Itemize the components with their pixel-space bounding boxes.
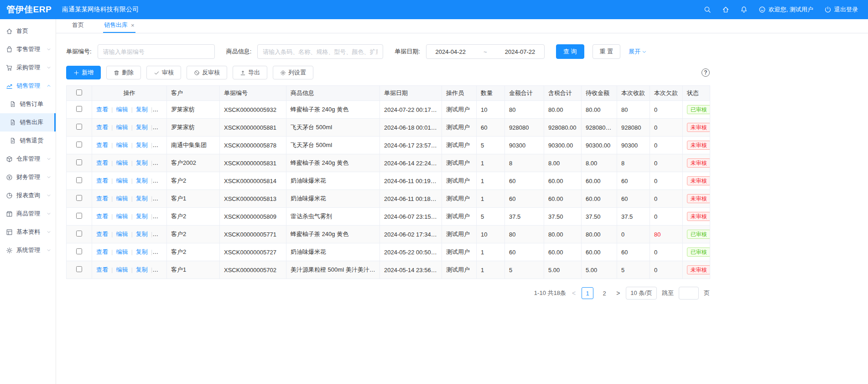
page-button-1[interactable]: 1 xyxy=(582,287,593,299)
row-checkbox[interactable] xyxy=(76,213,82,219)
logout-icon xyxy=(824,6,832,13)
sidebar-item-goods[interactable]: 商品管理 xyxy=(0,205,56,223)
action-separator: | xyxy=(111,142,113,148)
query-button[interactable]: 查 询 xyxy=(556,44,584,59)
action-view-link[interactable]: 查看 xyxy=(96,195,108,202)
tab-label: 销售出库 xyxy=(104,21,128,29)
sidebar-item-sales-order[interactable]: 销售订单 xyxy=(0,95,56,113)
add-button[interactable]: 新增 xyxy=(66,66,101,79)
bell-icon[interactable] xyxy=(740,6,748,13)
action-view-link[interactable]: 查看 xyxy=(96,177,108,184)
expand-link[interactable]: 展开 xyxy=(629,47,647,56)
unaudit-button[interactable]: 反审核 xyxy=(187,66,227,79)
bill-no-input[interactable] xyxy=(98,44,215,59)
sidebar-item-reports[interactable]: 报表查询 xyxy=(0,186,56,205)
sidebar-item-sales[interactable]: 销售管理 xyxy=(0,77,56,95)
select-all-checkbox[interactable] xyxy=(76,89,82,95)
action-copy-link[interactable]: 复制 xyxy=(136,177,148,184)
next-page-arrow[interactable]: > xyxy=(615,289,621,297)
action-edit-link[interactable]: 编辑 xyxy=(116,266,128,273)
cell-checkbox xyxy=(67,261,92,279)
action-edit-link[interactable]: 编辑 xyxy=(116,124,128,131)
cell-operator: 测试用户 xyxy=(442,101,477,119)
action-view-link[interactable]: 查看 xyxy=(96,124,108,131)
cell-product: 奶油味爆米花 xyxy=(286,243,380,261)
action-edit-link[interactable]: 编辑 xyxy=(116,231,128,237)
row-checkbox[interactable] xyxy=(76,177,82,183)
action-copy-link[interactable]: 复制 xyxy=(136,159,148,166)
page-button-2[interactable]: 2 xyxy=(598,287,610,299)
cell-received: 5 xyxy=(617,261,650,279)
logout-button[interactable]: 退出登录 xyxy=(824,5,858,14)
row-checkbox[interactable] xyxy=(76,231,82,237)
action-edit-link[interactable]: 编辑 xyxy=(116,195,128,202)
row-checkbox[interactable] xyxy=(76,124,82,130)
sidebar-item-label: 报表查询 xyxy=(16,191,40,200)
help-icon[interactable]: ? xyxy=(702,68,710,77)
action-copy-link[interactable]: 复制 xyxy=(136,248,148,255)
action-edit-link[interactable]: 编辑 xyxy=(116,106,128,113)
cell-status: 未审核 xyxy=(683,172,710,190)
sidebar-item-sales-return[interactable]: 销售退货 xyxy=(0,132,56,150)
sidebar-item-system[interactable]: 系统管理 xyxy=(0,241,56,259)
sidebar-item-home[interactable]: 首页 xyxy=(0,22,56,40)
action-copy-link[interactable]: 复制 xyxy=(136,106,148,113)
action-view-link[interactable]: 查看 xyxy=(96,231,108,237)
chevron-down-icon xyxy=(47,47,51,52)
page-size-select[interactable]: 10 条/页 xyxy=(626,287,657,300)
search-icon[interactable] xyxy=(704,6,711,13)
user-welcome[interactable]: 欢迎您, 测试用户 xyxy=(759,5,813,14)
action-edit-link[interactable]: 编辑 xyxy=(116,248,128,255)
tab-home[interactable]: 首页 xyxy=(71,18,85,33)
cell-status: 已审核 xyxy=(683,101,710,119)
action-view-link[interactable]: 查看 xyxy=(96,142,108,148)
sidebar-item-warehouse[interactable]: 仓库管理 xyxy=(0,150,56,168)
reset-button[interactable]: 重 置 xyxy=(593,44,621,59)
tab-sales-outbound[interactable]: 销售出库 × xyxy=(103,18,135,33)
cell-amount-total: 60 xyxy=(505,172,544,190)
close-icon[interactable]: × xyxy=(131,22,135,28)
action-copy-link[interactable]: 复制 xyxy=(136,124,148,131)
action-copy-link[interactable]: 复制 xyxy=(136,231,148,237)
action-view-link[interactable]: 查看 xyxy=(96,213,108,220)
action-separator: | xyxy=(151,266,152,273)
action-copy-link[interactable]: 复制 xyxy=(136,142,148,148)
column-settings-button[interactable]: 列设置 xyxy=(273,66,313,79)
product-info-input[interactable] xyxy=(257,44,383,59)
row-checkbox[interactable] xyxy=(76,266,82,272)
audit-button[interactable]: 审核 xyxy=(146,66,181,79)
action-edit-link[interactable]: 编辑 xyxy=(116,142,128,148)
sidebar-item-finance[interactable]: 财务管理 xyxy=(0,168,56,186)
action-view-link[interactable]: 查看 xyxy=(96,159,108,166)
prev-page-arrow[interactable]: < xyxy=(571,289,577,297)
row-checkbox[interactable] xyxy=(76,248,82,254)
action-edit-link[interactable]: 编辑 xyxy=(116,213,128,220)
home-icon[interactable] xyxy=(722,6,729,13)
page-jump-input[interactable] xyxy=(679,287,699,300)
date-range-picker[interactable]: 2024-04-22 ~ 2024-07-22 xyxy=(426,44,545,59)
export-button[interactable]: 导出 xyxy=(233,66,267,79)
delete-button[interactable]: 删除 xyxy=(106,66,141,79)
action-view-link[interactable]: 查看 xyxy=(96,106,108,113)
action-copy-link[interactable]: 复制 xyxy=(136,213,148,220)
action-copy-link[interactable]: 复制 xyxy=(136,266,148,273)
action-edit-link[interactable]: 编辑 xyxy=(116,159,128,166)
sidebar-item-retail[interactable]: 零售管理 xyxy=(0,40,56,58)
row-checkbox[interactable] xyxy=(76,106,82,112)
cell-received: 60 xyxy=(617,172,650,190)
column-header-1: 客户 xyxy=(167,86,220,101)
action-view-link[interactable]: 查看 xyxy=(96,248,108,255)
cell-amount-total: 5 xyxy=(505,261,544,279)
action-copy-link[interactable]: 复制 xyxy=(136,195,148,202)
action-view-link[interactable]: 查看 xyxy=(96,266,108,273)
jump-unit: 页 xyxy=(704,289,710,297)
row-checkbox[interactable] xyxy=(76,195,82,201)
action-edit-link[interactable]: 编辑 xyxy=(116,177,128,184)
cell-actions: 查看|编辑|复制|删除 xyxy=(92,208,167,226)
sidebar-item-purchase[interactable]: 采购管理 xyxy=(0,58,56,77)
bill-date-label: 单据日期: xyxy=(395,47,420,56)
sidebar-item-basic-data[interactable]: 基本资料 xyxy=(0,223,56,241)
row-checkbox[interactable] xyxy=(76,142,82,147)
sidebar-item-sales-outbound[interactable]: 销售出库 xyxy=(0,113,56,132)
row-checkbox[interactable] xyxy=(76,159,82,165)
